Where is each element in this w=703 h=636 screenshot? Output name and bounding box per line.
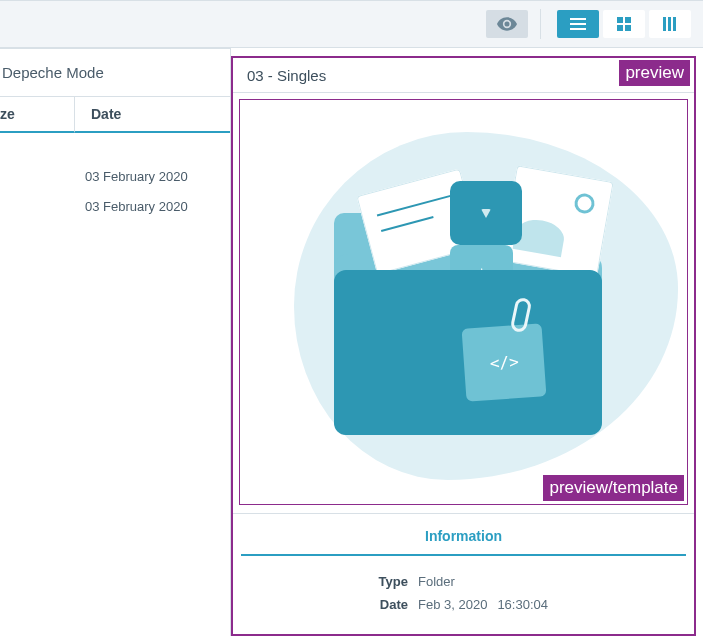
preview-title: 03 - Singles bbox=[247, 67, 326, 84]
toolbar-separator bbox=[540, 9, 541, 39]
file-list-panel: Depeche Mode ze Date 03 February 2020 03… bbox=[0, 48, 231, 636]
info-type-label: Type bbox=[233, 574, 418, 589]
columns-icon bbox=[663, 17, 677, 31]
info-heading: Information bbox=[241, 514, 686, 556]
eye-icon bbox=[497, 17, 517, 31]
table-row[interactable]: 03 February 2020 bbox=[0, 161, 230, 191]
info-type-value: Folder bbox=[418, 574, 455, 589]
grid-icon bbox=[617, 17, 631, 31]
svg-rect-7 bbox=[663, 17, 666, 31]
svg-rect-5 bbox=[617, 25, 623, 31]
svg-rect-0 bbox=[570, 18, 586, 20]
breadcrumb-label: Depeche Mode bbox=[2, 64, 104, 81]
toggle-preview-button[interactable] bbox=[486, 10, 528, 38]
code-icon: </> bbox=[461, 324, 546, 402]
svg-rect-8 bbox=[668, 17, 671, 31]
svg-rect-3 bbox=[617, 17, 623, 23]
svg-rect-6 bbox=[625, 25, 631, 31]
folder-illustration: ♪ </> bbox=[240, 100, 687, 504]
info-row-type: Type Folder bbox=[233, 570, 694, 593]
column-header-size[interactable]: ze bbox=[0, 97, 75, 133]
table-row[interactable]: 03 February 2020 bbox=[0, 191, 230, 221]
table-body: 03 February 2020 03 February 2020 bbox=[0, 155, 230, 227]
preview-panel: 03 - Singles preview ♪ </> preview/templ… bbox=[231, 56, 696, 636]
media-icon bbox=[450, 181, 522, 246]
info-section: Type Folder Date Feb 3, 202016:30:04 bbox=[233, 556, 694, 636]
cell-date: 03 February 2020 bbox=[75, 199, 188, 214]
info-date-value: Feb 3, 202016:30:04 bbox=[418, 597, 548, 612]
annotation-preview-tag: preview bbox=[619, 60, 690, 86]
info-date-label: Date bbox=[233, 597, 418, 612]
top-toolbar bbox=[0, 0, 703, 48]
view-columns-button[interactable] bbox=[649, 10, 691, 38]
preview-template-area: ♪ </> preview/template bbox=[239, 99, 688, 505]
svg-rect-1 bbox=[570, 23, 586, 25]
preview-header: 03 - Singles preview bbox=[233, 58, 694, 93]
column-header-date[interactable]: Date bbox=[75, 97, 230, 133]
breadcrumb[interactable]: Depeche Mode bbox=[0, 49, 230, 97]
view-grid-button[interactable] bbox=[603, 10, 645, 38]
svg-rect-2 bbox=[570, 28, 586, 30]
table-header: ze Date bbox=[0, 97, 230, 133]
info-row-date: Date Feb 3, 202016:30:04 bbox=[233, 593, 694, 616]
svg-rect-4 bbox=[625, 17, 631, 23]
cell-date: 03 February 2020 bbox=[75, 169, 188, 184]
list-icon bbox=[570, 18, 586, 30]
view-list-button[interactable] bbox=[557, 10, 599, 38]
svg-rect-9 bbox=[673, 17, 676, 31]
annotation-template-tag: preview/template bbox=[543, 475, 684, 501]
